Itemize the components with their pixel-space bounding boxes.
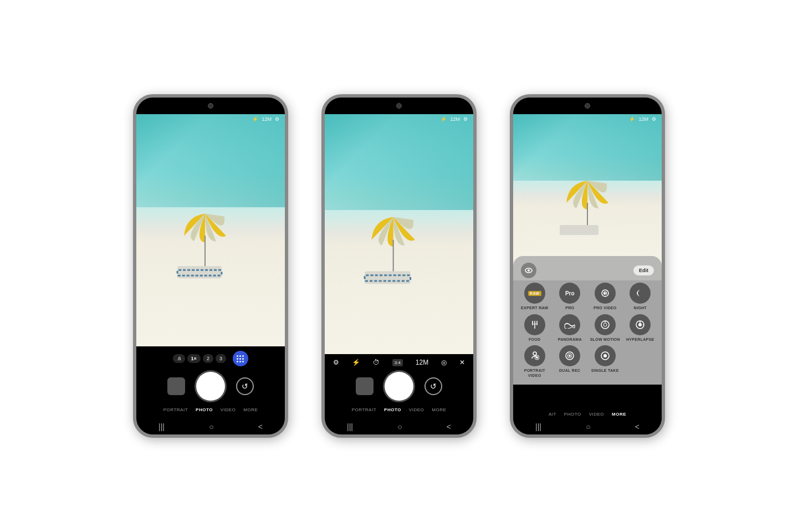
flip-camera-2[interactable]: ↺ (424, 377, 442, 395)
gallery-thumbnail-2[interactable] (356, 377, 374, 395)
phone3-status-bar: ⚡ 12M ⚙ (629, 114, 656, 122)
mode-tabs-1: PORTRAIT PHOTO VIDEO MORE (142, 406, 279, 415)
visibility-toggle[interactable] (521, 263, 536, 278)
phone2-controls: ⚙ ⚡ ⏱ 3:4 12M ◎ ✕ ↺ PORTRAIT PHOTO (325, 354, 473, 419)
phone3-viewfinder: ⚡ 12M ⚙ (513, 114, 662, 280)
tab-more-1[interactable]: MORE (243, 407, 258, 412)
hyperlapse-label: HYPERLAPSE (626, 337, 654, 342)
more-menu-overlay: Edit RAW EXPERT RAW Pro (513, 256, 662, 385)
menu-item-empty (625, 345, 657, 378)
zoom-06[interactable]: .6 (173, 354, 185, 363)
zoom-1x[interactable]: 1× (187, 354, 201, 363)
zoom-3x[interactable]: 3 (216, 354, 226, 363)
menu-item-pro-video[interactable]: PRO VIDEO (589, 283, 621, 310)
more-dots-icon (234, 353, 246, 365)
phone2-top-bar (325, 98, 473, 114)
nav-home-1[interactable]: ○ (209, 422, 213, 431)
shutter-button-2[interactable] (385, 372, 413, 401)
nav-bar-3: ||| ○ < (513, 419, 662, 434)
front-camera-2 (396, 103, 402, 109)
phone-1: ⚡ 12M ⚙ .6 1× 2 3 (133, 94, 288, 438)
nav-recent-3[interactable]: ||| (535, 422, 541, 431)
timer-button-2[interactable]: ⏱ (373, 359, 380, 366)
svg-point-24 (533, 352, 536, 355)
phone2-viewfinder: ⚡ 12M ⚙ (325, 114, 473, 354)
nav-back-2[interactable]: < (447, 422, 451, 431)
svg-point-26 (536, 356, 538, 359)
nav-back-3[interactable]: < (635, 422, 640, 431)
svg-point-18 (603, 323, 607, 326)
more-menu-grid: RAW EXPERT RAW Pro PRO (519, 283, 656, 378)
nav-bar-1: ||| ○ < (136, 419, 285, 434)
gear-button-2[interactable]: ⚙ (333, 359, 339, 366)
more-modes-button-1[interactable] (233, 351, 248, 366)
water-overlay-1 (136, 114, 285, 207)
pro-icon: Pro (559, 283, 580, 304)
dual-rec-label: DUAL REC (559, 369, 580, 373)
menu-item-hyperlapse[interactable]: HYPERLAPSE (625, 314, 657, 342)
food-icon (524, 314, 545, 335)
zoom-2x[interactable]: 2 (203, 354, 213, 363)
pro-video-label: PRO VIDEO (594, 306, 617, 310)
more-menu-top-bar: Edit (519, 263, 656, 278)
tab-video-2[interactable]: VIDEO (409, 407, 424, 412)
settings-icon-2: ⚙ (463, 116, 468, 122)
tab-more-2[interactable]: MORE (432, 407, 446, 412)
quality-button-2[interactable]: ◎ (441, 359, 447, 366)
shutter-button-1[interactable] (196, 372, 225, 401)
tab-photo-2[interactable]: PHOTO (384, 407, 401, 412)
shutter-row-2: ↺ (330, 372, 468, 401)
tab-portrait-1[interactable]: PORTRAIT (163, 407, 188, 412)
portrait-video-label: PORTRAIT VIDEO (519, 369, 551, 378)
nav-recent-1[interactable]: ||| (158, 422, 165, 431)
expert-raw-label: EXPERT RAW (521, 306, 548, 310)
tab-photo-1[interactable]: PHOTO (196, 407, 213, 412)
tab-ait-3[interactable]: AIT (549, 412, 556, 417)
water-overlay-3 (513, 114, 662, 181)
close-button-2[interactable]: ✕ (459, 359, 465, 366)
svg-point-9 (528, 269, 530, 272)
menu-item-slow-motion[interactable]: SLOW MOTION (589, 314, 621, 342)
menu-item-food[interactable]: FOOD (519, 314, 551, 342)
dual-rec-icon (559, 345, 580, 366)
menu-item-panorama[interactable]: PANORAMA (554, 314, 586, 342)
flash-icon-3: ⚡ (629, 116, 635, 122)
tab-video-3[interactable]: VIDEO (589, 412, 604, 417)
menu-item-expert-raw[interactable]: RAW EXPERT RAW (519, 283, 551, 310)
gallery-thumbnail-1[interactable] (167, 377, 185, 395)
phones-container: ⚡ 12M ⚙ .6 1× 2 3 (133, 61, 665, 471)
flash-button-2[interactable]: ⚡ (352, 359, 360, 366)
nav-back-1[interactable]: < (258, 422, 263, 431)
menu-item-pro[interactable]: Pro PRO (554, 283, 586, 310)
panorama-icon (559, 314, 580, 335)
pro-label: PRO (565, 306, 574, 310)
mode-tabs-3: AIT PHOTO VIDEO MORE (513, 408, 662, 419)
phone-2: ⚡ 12M ⚙ ⚙ ⚡ ⏱ 3:4 12M ◎ ✕ (321, 94, 477, 438)
tab-video-1[interactable]: VIDEO (221, 407, 236, 412)
menu-item-night[interactable]: NIGHT (625, 283, 657, 310)
svg-point-29 (569, 355, 571, 357)
tab-photo-3[interactable]: PHOTO (564, 412, 581, 417)
nav-home-2[interactable]: ○ (397, 422, 402, 431)
expert-raw-icon: RAW (524, 283, 545, 304)
menu-item-single-take[interactable]: SINGLE TAKE (589, 345, 621, 378)
flip-camera-1[interactable]: ↺ (236, 377, 254, 395)
phone1-viewfinder: ⚡ 12M ⚙ (136, 114, 285, 346)
svg-point-31 (603, 354, 607, 357)
mp-button-2[interactable]: 12M (416, 359, 428, 366)
settings-row-2: ⚙ ⚡ ⏱ 3:4 12M ◎ ✕ (330, 359, 468, 366)
phone1-controls: .6 1× 2 3 ↺ (136, 346, 285, 419)
menu-item-portrait-video[interactable]: PORTRAIT VIDEO (519, 345, 551, 378)
shutter-row-1: ↺ (142, 372, 279, 401)
nav-recent-2[interactable]: ||| (347, 422, 353, 431)
food-label: FOOD (529, 337, 540, 342)
ratio-badge-2[interactable]: 3:4 (392, 359, 403, 366)
edit-button[interactable]: Edit (633, 265, 654, 275)
night-icon (630, 283, 651, 304)
tab-portrait-2[interactable]: PORTRAIT (352, 407, 376, 412)
menu-item-dual-rec[interactable]: DUAL REC (554, 345, 586, 378)
tab-more-3[interactable]: MORE (612, 412, 626, 417)
nav-home-3[interactable]: ○ (586, 422, 590, 431)
slow-motion-label: SLOW MOTION (590, 337, 620, 342)
pro-video-icon (595, 283, 616, 304)
